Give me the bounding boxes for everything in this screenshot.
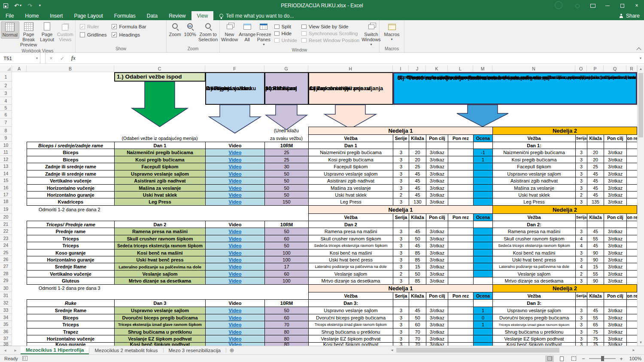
rep-result-cell[interactable] [448, 249, 474, 256]
tab-review[interactable]: Review [163, 11, 191, 20]
row-header-10[interactable]: 10 [0, 142, 12, 149]
empty-cell[interactable] [448, 221, 474, 228]
column-header-B[interactable]: B [27, 65, 114, 72]
table-header-vezba[interactable]: Vežba [492, 213, 576, 221]
exercise-cell[interactable]: Naizmenični pregib bučicama [114, 149, 206, 156]
video-cell[interactable]: Video [205, 198, 265, 206]
rep-result-cell[interactable] [448, 277, 474, 285]
rep-result-cell[interactable] [448, 149, 474, 156]
ocena-cell[interactable]: 0 [473, 314, 493, 321]
exercise-cell[interactable]: Mrtvo dizanje sa desetkama [308, 277, 393, 285]
hide-button[interactable]: Hide [274, 31, 297, 36]
rep-goal-cell[interactable]: 3/otkaz [604, 277, 627, 285]
table-header-pon-cilj[interactable]: Pon cilj [426, 134, 448, 142]
scroll-right-icon[interactable]: ► [630, 347, 637, 354]
empty-cell[interactable] [393, 299, 409, 307]
video-cell[interactable]: Video [205, 335, 265, 343]
video-link[interactable]: Video [229, 178, 242, 183]
video-link[interactable]: Video [229, 250, 242, 256]
headings-checkbox[interactable]: ✓ Headings [112, 32, 146, 37]
row-header-13[interactable]: 13 [0, 163, 12, 170]
series-cell[interactable]: 3 [393, 198, 409, 206]
weight-cell[interactable]: 45 [587, 191, 604, 198]
tab-insert[interactable]: Insert [44, 11, 68, 20]
ocena-cell[interactable] [473, 249, 493, 256]
zoom-out-button[interactable]: − [581, 356, 586, 362]
row-header-33[interactable]: 33 [0, 307, 12, 314]
rep-goal-cell[interactable]: 3/otkaz [426, 263, 448, 271]
ocena-cell[interactable] [473, 328, 493, 335]
video-cell[interactable]: Video [205, 342, 265, 346]
rep-goal-cell[interactable]: 3/otkaz [604, 242, 627, 249]
rm-cell[interactable]: 60 [264, 270, 309, 277]
exercise-cell[interactable]: Naizmenični pregib bučicama [492, 149, 576, 156]
table-header-kilaza[interactable]: Kilaža [587, 134, 604, 142]
series-cell[interactable]: 3 [393, 228, 409, 235]
exercise-cell[interactable]: Mrtvo dizanje sa desetkama [114, 277, 206, 285]
series-cell[interactable]: 3 [393, 149, 409, 156]
rep-goal-cell[interactable]: 3/otkaz [604, 177, 627, 185]
zoom-slider-thumb[interactable] [601, 356, 604, 361]
rep-goal-cell[interactable]: 3/otkaz [426, 256, 448, 263]
weight-cell[interactable]: 45 [409, 170, 426, 177]
rep-goal-cell[interactable]: 3/otkaz [426, 307, 448, 314]
series-cell[interactable]: 3 [575, 277, 587, 285]
column-header-A[interactable]: A [12, 65, 27, 72]
table-header-serije[interactable]: Serija [393, 213, 409, 221]
rm-cell[interactable]: 80 [264, 328, 309, 335]
view-side-by-side-button[interactable]: View Side by Side [301, 24, 359, 29]
series-cell[interactable]: 4 [575, 242, 587, 249]
exercise-cell[interactable]: Mašina za veslanje [114, 184, 206, 192]
empty-cell[interactable] [587, 299, 604, 307]
rep-goal-cell[interactable]: 3/otkaz [604, 228, 627, 235]
new-window-button[interactable]: New Window [221, 21, 238, 43]
video-link[interactable]: Video [229, 236, 242, 241]
weight-cell[interactable]: 55 [587, 270, 604, 277]
rep-result-cell[interactable] [626, 270, 637, 277]
exercise-cell[interactable]: Veslanje EZ šipkom podhvat [114, 335, 206, 343]
ocena-cell[interactable] [473, 198, 493, 206]
exercise-cell[interactable]: Kosi pregib bučicama [308, 156, 393, 163]
rep-result-cell[interactable] [626, 149, 637, 156]
page-break-preview-button[interactable]: Page Break Preview [19, 21, 38, 48]
empty-cell[interactable] [409, 299, 426, 307]
exercise-cell[interactable]: Veslanje EZ šipkom podhvat [492, 335, 576, 343]
rep-goal-cell[interactable]: 3/otkaz [604, 263, 627, 271]
weight-cell[interactable]: 60 [409, 321, 426, 329]
series-cell[interactable]: 3 [393, 314, 409, 321]
row-header-4[interactable]: 4 [0, 97, 12, 105]
series-cell[interactable]: 3 [393, 277, 409, 285]
exercise-cell[interactable]: Triceps ekstenzija iznad glave ravnom ši… [492, 321, 576, 329]
video-link[interactable]: Video [229, 315, 242, 320]
rep-result-cell[interactable] [626, 191, 637, 198]
table-header-serije[interactable]: Serija [393, 292, 409, 300]
table-header-kilaza[interactable]: Kilaža [409, 213, 426, 221]
category-cell[interactable]: Biceps [27, 156, 115, 163]
exercise-cell[interactable]: Kosi benč šipkom podhvat [308, 342, 393, 346]
empty-cell[interactable] [426, 221, 448, 228]
video-cell[interactable]: Video [205, 149, 265, 156]
table-header-kilaza[interactable]: Kilaža [587, 292, 604, 300]
category-cell[interactable]: Triceps [27, 242, 115, 249]
name-box-dropdown-icon[interactable]: ▾ [36, 56, 38, 60]
ocena-cell[interactable] [473, 163, 493, 170]
empty-cell[interactable] [393, 221, 409, 228]
ocena-cell[interactable] [473, 191, 493, 198]
category-cell[interactable]: Koso guranje [27, 249, 115, 256]
rep-goal-cell[interactable]: 3/otkaz [426, 277, 448, 285]
exercise-cell[interactable]: Asistirani zgib nadhvat [492, 177, 576, 185]
weight-cell[interactable]: 70 [409, 342, 426, 346]
rep-goal-cell[interactable]: 3/otkaz [426, 228, 448, 235]
arrange-all-button[interactable]: Arrange All [238, 21, 256, 43]
rep-result-cell[interactable] [626, 342, 637, 346]
rep-goal-cell[interactable]: 3/otkaz [604, 191, 627, 198]
exercise-cell[interactable]: Mašina za veslanje [492, 184, 576, 192]
ocena-cell[interactable]: -1 [473, 149, 493, 156]
rep-result-cell[interactable] [448, 270, 474, 277]
rep-result-cell[interactable] [626, 314, 637, 321]
empty-cell[interactable] [473, 299, 493, 307]
series-cell[interactable]: 3 [393, 170, 409, 177]
rep-goal-cell[interactable]: 3/otkaz [604, 198, 627, 206]
series-cell[interactable]: 3 [575, 163, 587, 170]
weight-cell[interactable]: 90 [587, 256, 604, 263]
